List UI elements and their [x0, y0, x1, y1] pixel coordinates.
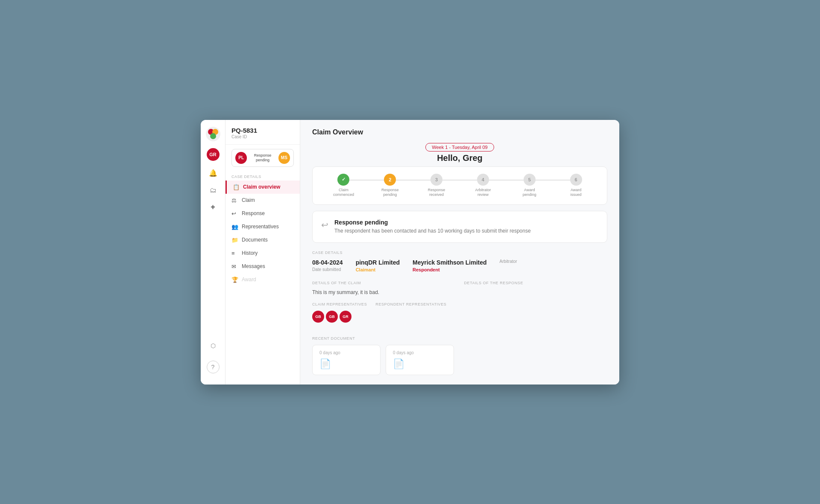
date-label: Date submitted [312, 267, 343, 272]
step-circle-6: 6 [570, 174, 582, 186]
parties-bar[interactable]: PL Response pending MS [231, 149, 294, 167]
step-circle-1: ✓ [337, 174, 349, 186]
history-icon: ≡ [231, 250, 238, 256]
step-circle-3: 3 [430, 174, 442, 186]
notifications-icon[interactable]: 🔔 [207, 167, 220, 180]
step-4: 4 Arbitratorreview [460, 174, 506, 198]
respondent-label: Respondent [413, 267, 486, 272]
step-3: 3 Responsereceived [413, 174, 460, 198]
nav-claim[interactable]: ⚖ Claim [226, 194, 300, 207]
step-6: 6 Awardissued [553, 174, 599, 198]
claim-reps: CLAIM REPRESENTATIVES GB GB GR [312, 302, 367, 323]
step-label-3: Responsereceived [428, 188, 445, 198]
doc2-icon: 📄 [393, 358, 447, 370]
page-title: Claim Overview [312, 128, 607, 136]
party-status: Response pending [247, 153, 278, 163]
week-marker: Week 1 - Tuesday, April 09 [425, 143, 494, 151]
respondent-reps: RESPONDENT REPRESENTATIVES [375, 302, 446, 323]
messages-icon: ✉ [231, 263, 238, 270]
claims-list-icon[interactable]: 🗂 [207, 184, 220, 197]
respondent-item: Meyrick Smithson Limited Respondent [413, 259, 486, 272]
rep-avatar-1: GB [312, 311, 324, 323]
date-submitted-item: 08-04-2024 Date submitted [312, 259, 343, 272]
status-description: The respondent has been contacted and ha… [334, 227, 531, 235]
documents-icon: 📁 [231, 237, 238, 243]
nav-history[interactable]: ≡ History [226, 247, 300, 260]
doc-card-1[interactable]: 0 days ago 📄 [312, 345, 381, 375]
recent-doc-label: RECENT DOCUMENT [312, 336, 607, 341]
claim-id-section: PQ-5831 Case ID [226, 127, 300, 145]
doc1-icon: 📄 [319, 358, 373, 370]
app-window: GR 🔔 🗂 + ⬡ ? PQ-5831 Case ID PL Response… [201, 120, 619, 385]
response-details-col: DETAILS OF THE RESPONSE [464, 281, 608, 295]
docs-section: RECENT DOCUMENT 0 days ago 📄 0 days ago … [312, 336, 607, 375]
svg-point-3 [210, 133, 216, 139]
nav-response[interactable]: ↩ Response [226, 207, 300, 220]
sidebar: GR 🔔 🗂 + ⬡ ? [201, 120, 226, 385]
step-circle-2: 2 [384, 174, 396, 186]
case-details-label: CASE DETAILS [226, 171, 300, 181]
claim-overview-icon: 📋 [233, 184, 240, 190]
step-2: 2 Responsepending [367, 174, 413, 198]
case-info-row: 08-04-2024 Date submitted pinqDR Limited… [312, 259, 607, 272]
details-response-label: DETAILS OF THE RESPONSE [464, 281, 608, 285]
respondent-name: Meyrick Smithson Limited [413, 259, 486, 266]
doc-card-2[interactable]: 0 days ago 📄 [386, 345, 454, 375]
claim-id-label: Case ID [231, 134, 294, 139]
doc2-age: 0 days ago [393, 350, 447, 355]
claim-icon: ⚖ [231, 197, 238, 204]
logout-icon[interactable]: ⬡ [207, 339, 220, 352]
step-5: 5 Awardpending [506, 174, 553, 198]
nav-award: 🏆 Award [226, 273, 300, 286]
respondent-avatar: MS [278, 152, 290, 164]
details-claim-label: DETAILS OF THE CLAIM [312, 281, 456, 285]
respondent-reps-label: RESPONDENT REPRESENTATIVES [375, 302, 446, 306]
status-title: Response pending [334, 219, 531, 226]
claim-reps-label: CLAIM REPRESENTATIVES [312, 302, 367, 306]
arbitrator-item: Arbitrator [500, 259, 517, 272]
new-claim-icon[interactable]: + [207, 201, 220, 214]
details-grid: DETAILS OF THE CLAIM This is my summary,… [312, 281, 607, 295]
step-label-6: Awardissued [571, 188, 582, 198]
claimant-name: pinqDR Limited [356, 259, 400, 266]
rep-avatar-2: GB [326, 311, 338, 323]
rep-avatar-3: GR [340, 311, 351, 323]
claim-summary: This is my summary, it is bad. [312, 289, 456, 295]
claimant-label: Claimant [356, 267, 400, 272]
case-details-section-label: CASE DETAILS [312, 251, 607, 255]
nav-messages[interactable]: ✉ Messages [226, 260, 300, 273]
claim-nav-panel: PQ-5831 Case ID PL Response pending MS C… [226, 120, 300, 385]
nav-representatives[interactable]: 👥 Representatives [226, 220, 300, 233]
date-submitted: 08-04-2024 [312, 259, 343, 266]
claimant-avatar: PL [235, 152, 247, 164]
progress-bar-card: ✓ Claimcommenced 2 Responsepending 3 Res… [312, 166, 607, 205]
step-circle-4: 4 [477, 174, 489, 186]
step-circle-5: 5 [524, 174, 536, 186]
step-label-2: Responsepending [381, 188, 399, 198]
claim-details-col: DETAILS OF THE CLAIM This is my summary,… [312, 281, 456, 295]
status-card: ↩ Response pending The respondent has be… [312, 211, 607, 243]
response-icon: ↩ [231, 210, 238, 217]
greeting: Hello, Greg [312, 153, 607, 163]
representatives-icon: 👥 [231, 224, 238, 230]
help-icon[interactable]: ? [207, 361, 220, 373]
step-1: ✓ Claimcommenced [320, 174, 367, 198]
progress-steps: ✓ Claimcommenced 2 Responsepending 3 Res… [320, 174, 599, 198]
doc1-age: 0 days ago [319, 350, 373, 355]
claim-rep-avatars: GB GB GR [312, 311, 367, 323]
nav-claim-overview[interactable]: 📋 Claim overview [226, 181, 300, 194]
status-content: Response pending The respondent has been… [334, 219, 531, 235]
arbitrator-label: Arbitrator [500, 259, 517, 264]
step-label-4: Arbitratorreview [475, 188, 491, 198]
user-avatar[interactable]: GR [207, 148, 220, 161]
step-label-5: Awardpending [523, 188, 536, 198]
app-logo [206, 127, 220, 141]
week-marker-area: Week 1 - Tuesday, April 09 Hello, Greg [312, 143, 607, 163]
status-back-icon: ↩ [321, 220, 328, 230]
reps-grid: CLAIM REPRESENTATIVES GB GB GR RESPONDEN… [312, 302, 607, 329]
claim-id: PQ-5831 [231, 127, 294, 134]
step-label-1: Claimcommenced [333, 188, 354, 198]
nav-documents[interactable]: 📁 Documents [226, 233, 300, 247]
main-content: Claim Overview Week 1 - Tuesday, April 0… [300, 120, 619, 385]
claimant-item: pinqDR Limited Claimant [356, 259, 400, 272]
